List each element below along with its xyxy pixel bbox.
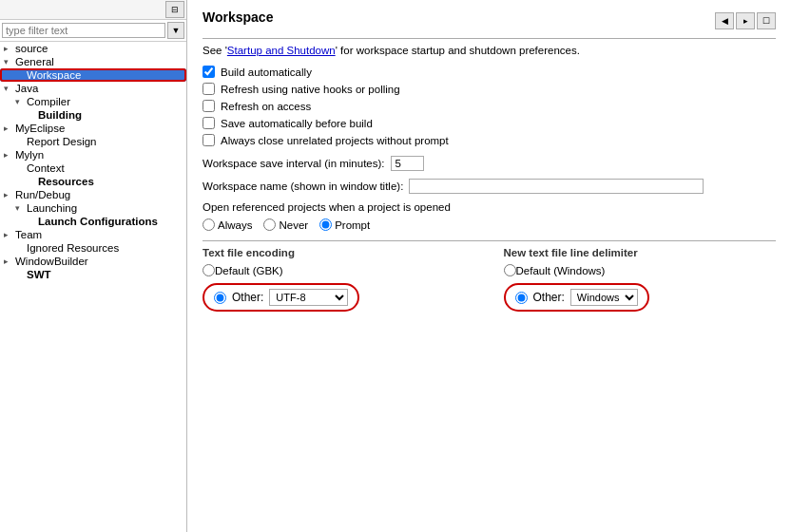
- sidebar-item-label: Mylyn: [15, 149, 44, 161]
- sidebar-search-input[interactable]: [2, 23, 165, 38]
- encoding-dropdown[interactable]: UTF-8 UTF-16 ISO-8859-1 US-ASCII: [269, 289, 348, 306]
- sidebar-item-label: Resources: [38, 176, 94, 187]
- sidebar-item-resources[interactable]: Resources: [0, 175, 186, 188]
- section-divider: [203, 240, 776, 241]
- close-unrelated-row: Always close unrelated projects without …: [203, 134, 776, 146]
- sidebar-item-reportdesign[interactable]: Report Design: [0, 135, 186, 148]
- arrow-icon: ▾: [4, 84, 15, 93]
- main-content-panel: Workspace ◀ ▸ ☐ See 'Startup and Shutdow…: [187, 0, 791, 532]
- sidebar-item-label: Compiler: [27, 96, 70, 107]
- sidebar-item-label: Launch Configurations: [38, 216, 158, 227]
- prompt-radio-label[interactable]: Prompt: [319, 218, 370, 231]
- sidebar-item-label: Run/Debug: [15, 189, 70, 200]
- collapse-all-button[interactable]: ⊟: [165, 1, 184, 18]
- sidebar-item-label: source: [15, 43, 48, 54]
- page-header-icons: ◀ ▸ ☐: [715, 12, 776, 29]
- sidebar-item-label: Context: [27, 162, 65, 174]
- default-gbk-label: Default (GBK): [215, 265, 283, 276]
- always-radio-label[interactable]: Always: [203, 218, 252, 231]
- sidebar-item-ignoredresources[interactable]: Ignored Resources: [0, 241, 186, 255]
- arrow-icon: ▾: [15, 97, 27, 106]
- refresh-native-checkbox[interactable]: [203, 83, 215, 95]
- other-encoding-radio[interactable]: [214, 292, 226, 304]
- sidebar-item-myeclipse[interactable]: ▸ MyEclipse: [0, 122, 186, 135]
- sidebar-item-label: Team: [15, 229, 42, 240]
- forward-button[interactable]: ▸: [736, 12, 755, 29]
- save-auto-checkbox[interactable]: [203, 117, 215, 129]
- sidebar-item-general[interactable]: ▾ General: [0, 55, 186, 68]
- refresh-native-row: Refresh using native hooks or polling: [203, 83, 776, 95]
- sidebar-item-compiler[interactable]: ▾ Compiler: [0, 95, 186, 108]
- close-unrelated-checkbox[interactable]: [203, 134, 215, 146]
- workspace-interval-input[interactable]: [391, 156, 424, 171]
- page-title: Workspace: [203, 10, 273, 25]
- sidebar-item-building[interactable]: Building: [0, 108, 186, 122]
- sidebar-item-mylyn[interactable]: ▸ Mylyn: [0, 148, 186, 162]
- sidebar-item-launchconfigs[interactable]: Launch Configurations: [0, 215, 186, 228]
- sidebar-item-workspace[interactable]: Workspace: [0, 68, 186, 82]
- close-unrelated-label: Always close unrelated projects without …: [221, 135, 449, 146]
- arrow-icon: ▸: [4, 230, 15, 239]
- default-windows-radio[interactable]: [504, 264, 516, 276]
- sidebar-item-context[interactable]: Context: [0, 162, 186, 175]
- header-divider: [203, 38, 776, 39]
- expand-button[interactable]: ☐: [757, 12, 776, 29]
- sidebar-item-rundebug[interactable]: ▸ Run/Debug: [0, 188, 186, 201]
- other-delimiter-radio[interactable]: [515, 292, 528, 304]
- open-projects-label: Open referenced projects when a project …: [203, 201, 776, 213]
- encoding-other-circle: Other: UTF-8 UTF-16 ISO-8859-1 US-ASCII: [203, 283, 359, 312]
- always-radio[interactable]: [203, 218, 215, 231]
- refresh-native-label: Refresh using native hooks or polling: [221, 84, 400, 95]
- sidebar-filter-button[interactable]: ▼: [167, 22, 184, 39]
- refresh-access-checkbox[interactable]: [203, 100, 215, 112]
- description-row: See 'Startup and Shutdown' for workspace…: [203, 45, 776, 56]
- two-col-section: Text file encoding Default (GBK) Other: …: [203, 247, 776, 312]
- default-gbk-radio[interactable]: [203, 264, 215, 276]
- sidebar-item-label: SWT: [27, 269, 51, 280]
- sidebar-item-team[interactable]: ▸ Team: [0, 228, 186, 241]
- line-delimiter-title: New text file line delimiter: [504, 247, 777, 258]
- save-auto-label: Save automatically before build: [221, 118, 373, 129]
- default-windows-label: Default (Windows): [516, 265, 606, 276]
- sidebar-item-label: General: [15, 56, 54, 67]
- other-encoding-label: Other:: [232, 291, 263, 304]
- sidebar-item-label: Building: [38, 109, 82, 121]
- arrow-icon: ▸: [4, 190, 15, 200]
- workspace-name-input[interactable]: [409, 179, 704, 194]
- sidebar-item-label: Report Design: [27, 136, 97, 147]
- sidebar-item-label: Java: [15, 83, 38, 94]
- delimiter-dropdown[interactable]: Windows Unix Mac: [570, 289, 638, 306]
- open-projects-radio-group: Always Never Prompt: [203, 218, 776, 231]
- workspace-name-label: Workspace name (shown in window title):: [203, 180, 403, 192]
- startup-shutdown-link[interactable]: Startup and Shutdown: [227, 45, 336, 56]
- prompt-radio[interactable]: [319, 218, 332, 231]
- arrow-icon: ▸: [4, 44, 15, 53]
- sidebar-toolbar: ⊟: [0, 0, 186, 20]
- workspace-interval-label: Workspace save interval (in minutes):: [203, 158, 385, 169]
- sidebar-search-area: ▼: [0, 20, 186, 42]
- refresh-access-row: Refresh on access: [203, 100, 776, 112]
- sidebar-item-label: Launching: [27, 202, 77, 214]
- never-radio-label[interactable]: Never: [263, 218, 308, 231]
- build-auto-checkbox[interactable]: [203, 66, 215, 78]
- text-encoding-section: Text file encoding Default (GBK) Other: …: [203, 247, 475, 312]
- sidebar-item-source[interactable]: ▸ source: [0, 42, 186, 55]
- sidebar-item-launching[interactable]: ▾ Launching: [0, 201, 186, 215]
- save-auto-row: Save automatically before build: [203, 117, 776, 129]
- default-windows-row: Default (Windows): [504, 264, 777, 276]
- other-delimiter-label: Other:: [533, 291, 565, 304]
- sidebar-item-windowbuilder[interactable]: ▸ WindowBuilder: [0, 255, 186, 268]
- delimiter-other-circle: Other: Windows Unix Mac: [504, 283, 649, 312]
- sidebar-item-swt[interactable]: SWT: [0, 268, 186, 281]
- arrow-icon: ▸: [4, 150, 15, 160]
- description-prefix: See ': [203, 45, 227, 56]
- back-button[interactable]: ◀: [715, 12, 734, 29]
- sidebar-item-label: Workspace: [27, 69, 81, 81]
- sidebar-item-java[interactable]: ▾ Java: [0, 82, 186, 95]
- page-header: Workspace ◀ ▸ ☐: [203, 10, 776, 32]
- build-auto-label: Build automatically: [221, 66, 312, 78]
- arrow-icon: ▾: [4, 57, 15, 66]
- arrow-icon: ▸: [4, 256, 15, 266]
- description-suffix: ' for workspace startup and shutdown pre…: [336, 45, 580, 56]
- never-radio[interactable]: [263, 218, 276, 231]
